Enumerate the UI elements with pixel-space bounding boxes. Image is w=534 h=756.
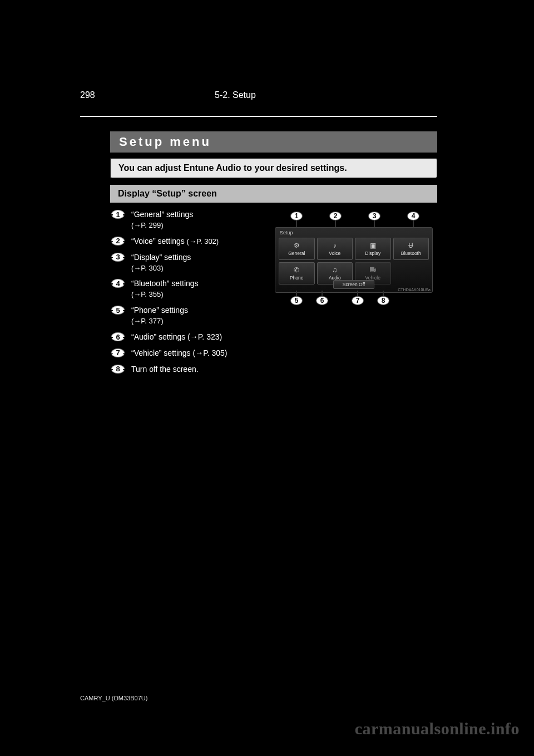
callouts-top: 1 2 3 4 [270,212,437,224]
watermark: carmanualsonline.info [355,719,520,738]
intro-text: You can adjust Entune Audio to your desi… [118,163,347,173]
circled-number-icon: 4 [111,279,125,288]
callout-number-icon: 7 [352,296,364,305]
circled-number-icon: 2 [111,237,125,246]
list-item: 2 “Voice” settings (→P. 302) [111,236,267,247]
list-item: 3 “Display” settings(→P. 303) [111,252,267,273]
figure-id: CTHDAAK010USa [398,288,431,292]
page-number: 298 [80,90,95,100]
gear-icon: ⚙ [293,242,300,249]
tile-bluetooth[interactable]: ɄBluetooth [393,238,429,260]
item-list: 1 “General” settings(→P. 299) 2 “Voice” … [111,209,267,380]
circled-number-icon: 7 [111,348,125,357]
callout-number-icon: 5 [290,296,303,305]
setup-screen: Setup ⚙General ♪Voice ▣Display ɄBluetoot… [275,227,433,293]
list-item: 8 Turn off the screen. [111,364,267,375]
footer-document-id: CAMRY_U (OM33B07U) [80,695,147,701]
chapter-reference: 5-2. Setup [215,90,256,100]
callout-number-icon: 1 [290,212,303,220]
intro-box: You can adjust Entune Audio to your desi… [110,158,437,178]
callout-number-icon: 2 [329,212,342,220]
circled-number-icon: 6 [111,332,125,341]
callout-number-icon: 8 [377,296,389,305]
list-item: 5 “Phone” settings(→P. 377) [111,305,267,326]
circled-number-icon: 8 [111,365,125,374]
tile-label: General [288,251,305,256]
item-text: “Audio” settings (→P. 323) [131,332,222,342]
item-text: “Bluetooth” settings(→P. 355) [131,278,199,300]
screen-off-button[interactable]: Screen Off [333,280,374,289]
item-text: “General” settings(→P. 299) [131,209,193,230]
screen-title: Setup [280,230,293,235]
item-text: “Phone” settings(→P. 377) [131,305,188,326]
tile-label: Voice [329,251,340,256]
callout-number-icon: 6 [316,296,328,305]
vehicle-icon: ⛟ [369,266,377,274]
list-item: 4 “Bluetooth” settings(→P. 355) [111,278,267,300]
tile-display[interactable]: ▣Display [355,238,391,260]
tile-general[interactable]: ⚙General [279,238,315,260]
audio-icon: ♫ [331,266,339,274]
tiles-grid: ⚙General ♪Voice ▣Display ɄBluetooth ✆Pho… [279,238,429,284]
list-item: 1 “General” settings(→P. 299) [111,209,267,230]
callouts-bottom: 5 6 7 8 [270,296,437,308]
subsection-heading: Display “Setup” screen [110,185,437,203]
callout-number-icon: 4 [407,212,419,220]
divider [80,116,437,117]
circled-number-icon: 3 [111,253,125,262]
list-item: 7 “Vehicle” settings (→P. 305) [111,348,267,359]
circled-number-icon: 1 [111,210,125,219]
subsection-title: Display “Setup” screen [118,189,217,199]
voice-icon: ♪ [331,242,339,249]
item-text: “Voice” settings (→P. 302) [131,236,219,247]
circled-number-icon: 5 [111,306,125,315]
bluetooth-icon: Ʉ [407,242,415,249]
tile-voice[interactable]: ♪Voice [317,238,353,260]
intro-inner: You can adjust Entune Audio to your desi… [111,159,437,178]
setup-screen-figure: 1 2 3 4 Setup ⚙General ♪Voice ▣Display Ʉ… [270,212,437,308]
callout-number-icon: 3 [368,212,380,220]
section-title: Setup menu [119,135,211,149]
display-icon: ▣ [369,242,377,249]
item-text: “Vehicle” settings (→P. 305) [131,348,228,359]
tile-label: Display [365,251,380,256]
phone-icon: ✆ [293,266,300,274]
list-item: 6 “Audio” settings (→P. 323) [111,332,267,342]
item-text: “Display” settings(→P. 303) [131,252,191,273]
section-title-bar: Setup menu [110,131,437,153]
item-text: Turn off the screen. [131,364,199,375]
tile-label: Bluetooth [401,251,421,256]
